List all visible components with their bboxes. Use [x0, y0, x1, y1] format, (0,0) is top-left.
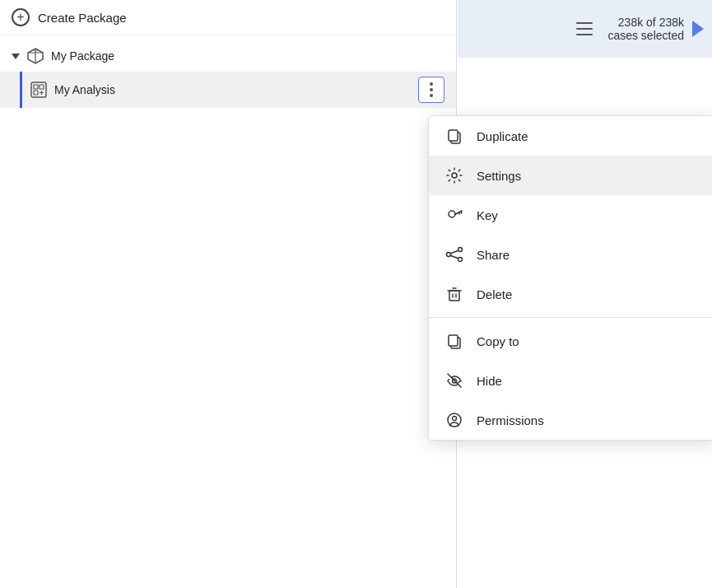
permissions-label: Permissions: [477, 413, 544, 427]
hamburger-icon: [576, 28, 593, 30]
hide-icon: [445, 371, 463, 390]
share-icon: [445, 245, 463, 264]
menu-item-copy-to[interactable]: Copy to: [429, 321, 712, 361]
selection-border: [20, 72, 22, 108]
permissions-icon: [445, 411, 463, 429]
svg-rect-13: [449, 335, 458, 346]
svg-point-10: [447, 253, 451, 257]
hamburger-button[interactable]: [570, 14, 599, 44]
package-icon: [26, 47, 44, 65]
copy-to-label: Copy to: [477, 334, 519, 348]
create-package-label: Create Package: [38, 11, 127, 25]
menu-item-delete[interactable]: Delete: [429, 274, 712, 314]
menu-item-share[interactable]: Share: [429, 235, 712, 274]
settings-label: Settings: [477, 169, 521, 183]
cases-selected-info: 238k of 238kcases selected: [607, 16, 684, 42]
svg-rect-5: [449, 130, 458, 141]
duplicate-label: Duplicate: [477, 129, 528, 143]
svg-point-6: [452, 173, 457, 178]
svg-rect-2: [40, 85, 44, 89]
svg-rect-11: [449, 291, 459, 301]
menu-item-duplicate[interactable]: Duplicate: [429, 116, 712, 156]
package-row[interactable]: My Package: [0, 42, 456, 70]
delete-label: Delete: [477, 287, 512, 301]
hamburger-icon: [576, 22, 593, 24]
key-label: Key: [477, 208, 498, 222]
svg-point-8: [458, 248, 463, 252]
duplicate-icon: [445, 127, 463, 145]
three-dot-icon: [430, 82, 433, 97]
share-label: Share: [477, 248, 510, 262]
copy-to-icon: [445, 332, 463, 350]
right-panel-top: 238k of 238kcases selected: [458, 0, 712, 58]
key-icon: [445, 206, 463, 224]
svg-point-7: [449, 211, 455, 217]
delete-icon: [445, 285, 463, 303]
svg-rect-3: [34, 91, 38, 95]
svg-point-9: [458, 258, 463, 262]
package-label: My Package: [51, 49, 114, 63]
create-package-icon: +: [12, 8, 30, 26]
menu-item-permissions[interactable]: Permissions: [429, 400, 712, 440]
menu-divider: [429, 317, 712, 318]
arrow-right-icon: [692, 21, 704, 37]
svg-point-16: [453, 417, 457, 421]
menu-item-key[interactable]: Key: [429, 195, 712, 235]
hamburger-icon: [576, 34, 593, 35]
left-panel: + Create Package My Package: [0, 0, 457, 588]
menu-item-hide[interactable]: Hide: [429, 361, 712, 400]
chevron-down-icon: [12, 54, 20, 59]
analysis-label: My Analysis: [54, 83, 418, 96]
three-dot-button[interactable]: [418, 77, 444, 103]
context-menu: Duplicate Settings Key: [428, 115, 712, 441]
create-package-row[interactable]: + Create Package: [0, 0, 456, 35]
svg-rect-1: [34, 85, 38, 89]
tree-area: My Package My Analysis: [0, 35, 456, 116]
analysis-row[interactable]: My Analysis: [0, 72, 456, 108]
settings-icon: [445, 166, 463, 184]
menu-item-settings[interactable]: Settings: [429, 156, 712, 195]
analysis-icon: [30, 81, 48, 99]
hide-label: Hide: [477, 374, 502, 388]
